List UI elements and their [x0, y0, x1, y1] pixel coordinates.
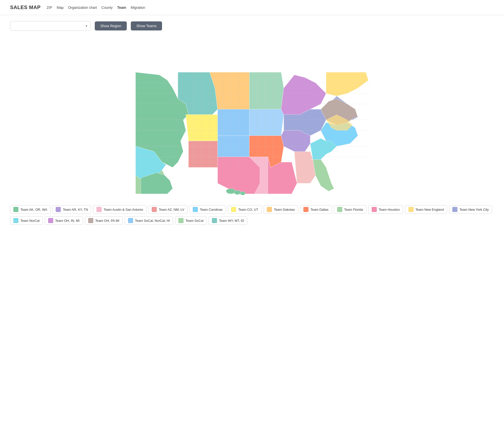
- legend-label: Team Dakotas: [274, 208, 295, 211]
- legend-label: Team NorCal: [20, 219, 40, 223]
- controls-bar: ▾ Show Region Show Teams: [0, 15, 504, 33]
- map-legend: Team AK, OR, WATeam AR, KY, TNTeam Austi…: [0, 199, 504, 232]
- show-region-button[interactable]: Show Region: [95, 21, 127, 30]
- nav-zip[interactable]: ZIP: [47, 6, 52, 10]
- legend-label: Team Houston: [379, 208, 400, 211]
- legend-item: Team Dallas: [300, 205, 332, 214]
- show-teams-button[interactable]: Show Teams: [131, 21, 162, 30]
- team-dropdown[interactable]: [10, 21, 91, 31]
- legend-color-swatch: [408, 207, 414, 212]
- legend-color-swatch: [56, 207, 61, 212]
- legend-color-swatch: [372, 207, 377, 212]
- legend-color-swatch: [193, 207, 198, 212]
- app-title: SALES MAP: [10, 5, 41, 10]
- nav-migration[interactable]: Migration: [131, 6, 145, 10]
- header: SALES MAP ZIP Map Organization chart Cou…: [0, 0, 504, 15]
- legend-item: Team Houston: [368, 205, 403, 214]
- legend-color-swatch: [88, 218, 93, 223]
- legend-color-swatch: [212, 218, 217, 223]
- legend-item: Team OH, IN, MI: [45, 216, 83, 225]
- svg-point-1: [226, 189, 236, 194]
- legend-color-swatch: [337, 207, 342, 212]
- legend-label: Team AZ, NM, LV: [159, 208, 184, 211]
- legend-item: Team NorCal: [10, 216, 43, 225]
- us-map: [120, 35, 384, 199]
- legend-item: Team Austin & San Antonio: [93, 205, 146, 214]
- nav-map[interactable]: Map: [57, 6, 64, 10]
- svg-point-2: [234, 190, 241, 195]
- main-nav: ZIP Map Organization chart County Team M…: [47, 6, 145, 10]
- legend-color-swatch: [303, 207, 308, 212]
- nav-county[interactable]: County: [102, 6, 113, 10]
- nav-team[interactable]: Team: [117, 6, 126, 10]
- legend-color-swatch: [178, 218, 183, 223]
- legend-item: Team Dakotas: [264, 205, 298, 214]
- legend-label: Team AR, KY, TN: [63, 208, 88, 211]
- legend-label: Team Dallas: [310, 208, 329, 211]
- legend-label: Team Florida: [344, 208, 363, 211]
- nav-org-chart[interactable]: Organization chart: [68, 6, 97, 10]
- legend-label: Team SoCal: [185, 219, 203, 223]
- legend-item: Team AZ, NM, LV: [148, 205, 187, 214]
- legend-item: Team CO, UT: [228, 205, 261, 214]
- map-container: [0, 33, 504, 199]
- legend-item: Team OH, PA MI: [85, 216, 123, 225]
- legend-color-swatch: [97, 207, 102, 212]
- legend-item: Team SoCal, NorCal, HI: [125, 216, 173, 225]
- legend-color-swatch: [128, 218, 133, 223]
- legend-label: Team Austin & San Antonio: [104, 208, 143, 211]
- legend-label: Team OH, IN, MI: [55, 219, 80, 223]
- legend-label: Team New York City: [459, 208, 489, 211]
- legend-color-swatch: [152, 207, 157, 212]
- svg-point-3: [240, 192, 245, 195]
- legend-label: Team Carolinas: [200, 208, 223, 211]
- legend-item: Team AR, KY, TN: [52, 205, 91, 214]
- legend-color-swatch: [13, 207, 18, 212]
- legend-item: Team AK, OR, WA: [10, 205, 50, 214]
- legend-item: Team Florida: [334, 205, 366, 214]
- legend-item: Team Carolinas: [190, 205, 226, 214]
- legend-item: Team SoCal: [175, 216, 207, 225]
- legend-label: Team New England: [416, 208, 444, 211]
- legend-item: Team New York City: [449, 205, 492, 214]
- legend-label: Team WY, MT, ID: [219, 219, 244, 223]
- legend-label: Team AK, OR, WA: [20, 208, 47, 211]
- legend-label: Team SoCal, NorCal, HI: [135, 219, 170, 223]
- legend-label: Team OH, PA MI: [95, 219, 119, 223]
- legend-color-swatch: [452, 207, 457, 212]
- legend-label: Team CO, UT: [238, 208, 258, 211]
- legend-color-swatch: [13, 218, 18, 223]
- legend-color-swatch: [231, 207, 236, 212]
- legend-item: Team WY, MT, ID: [209, 216, 247, 225]
- dropdown-wrapper: ▾: [10, 21, 91, 31]
- legend-item: Team New England: [405, 205, 447, 214]
- legend-color-swatch: [48, 218, 53, 223]
- legend-color-swatch: [267, 207, 272, 212]
